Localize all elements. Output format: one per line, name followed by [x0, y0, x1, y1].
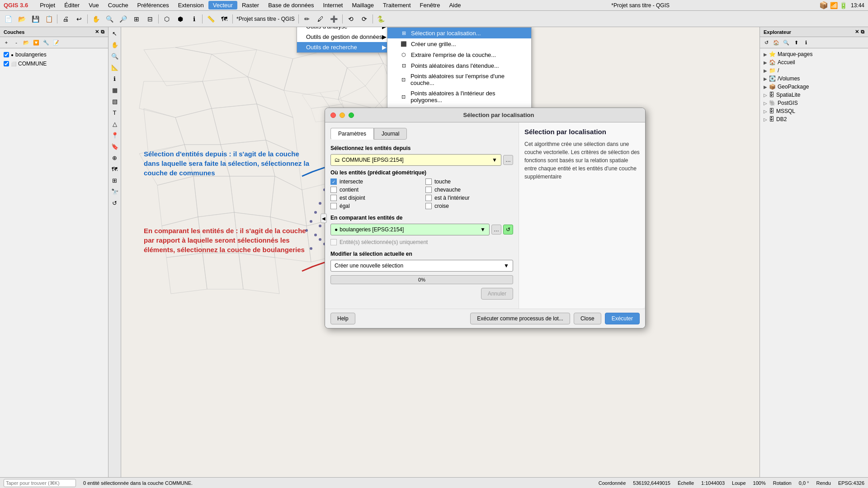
select-btn[interactable]: ⬡ [160, 13, 173, 25]
menu-editer[interactable]: Éditer [60, 1, 84, 9]
explorer-refresh-btn[interactable]: ↺ [762, 38, 771, 47]
tree-postgis[interactable]: ▷ 🐘 PostGIS [762, 99, 866, 107]
save-as-btn[interactable]: 📋 [42, 13, 55, 25]
measure-tool[interactable]: 📐 [109, 62, 120, 73]
explorer-home-btn[interactable]: 🏠 [772, 38, 781, 47]
menu-creer-grille[interactable]: ⬛ Créer une grille... [387, 38, 531, 49]
cb-intersecte-box[interactable]: ✓ [330, 178, 337, 185]
tree-volumes[interactable]: ▶ 💽 /Volumes [762, 75, 866, 83]
zoom-tool[interactable]: 🔍 [109, 51, 120, 61]
menu-bdd[interactable]: Base de données [264, 1, 318, 9]
close-btn[interactable]: Close [574, 313, 601, 324]
pointer-tool[interactable]: ↖ [109, 28, 120, 39]
zoom-in-btn[interactable]: 🔍 [103, 13, 116, 25]
tab-parametres[interactable]: Paramètres [330, 128, 374, 140]
tree-bookmarks[interactable]: ▶ ⭐ Marque-pages [762, 50, 866, 58]
layer-boulangeries-checkbox[interactable] [4, 52, 9, 57]
explorer-close-icon[interactable]: ✕ [855, 29, 859, 35]
menu-vue[interactable]: Vue [84, 1, 104, 9]
print-btn[interactable]: 🖨 [59, 13, 72, 25]
zoom-selected-tool[interactable]: ⊞ [109, 175, 120, 186]
zoom-extent-btn[interactable]: ⊞ [130, 13, 143, 25]
explorer-detach-icon[interactable]: ⧉ [861, 29, 864, 35]
filter-layer-btn[interactable]: 🔽 [32, 38, 41, 47]
pan-tool[interactable]: ✋ [109, 39, 120, 50]
pan-btn[interactable]: ✋ [90, 13, 102, 25]
batch-btn[interactable]: Exécuter comme processus de lot... [470, 313, 570, 324]
help-btn[interactable]: Help [330, 313, 355, 324]
tree-db2[interactable]: ▷ 🗄 DB2 [762, 115, 866, 123]
menu-selection-localisation[interactable]: ⊞ Sélection par localisation... [387, 28, 531, 38]
explorer-filter-btn[interactable]: 🔍 [782, 38, 791, 47]
menu-vecteur[interactable]: Vecteur [208, 1, 237, 9]
traffic-light-maximize[interactable] [349, 113, 354, 118]
add-feature-btn[interactable]: ➕ [328, 13, 340, 25]
layers-detach-icon[interactable]: ⧉ [101, 29, 104, 35]
tree-slash[interactable]: ▶ 📁 / [762, 66, 866, 75]
cb-croise-box[interactable] [425, 203, 432, 209]
execute-btn[interactable]: Exécuter [605, 313, 640, 324]
zoom-layer-btn[interactable]: ⊟ [144, 13, 156, 25]
identify-btn[interactable]: ℹ [188, 13, 200, 25]
tree-mssql[interactable]: ▷ 🗄 MSSQL [762, 107, 866, 115]
deselect-btn[interactable]: ⬢ [174, 13, 187, 25]
cb-contient-box[interactable] [330, 187, 337, 193]
menu-internet[interactable]: Internet [318, 1, 347, 9]
pin-tool[interactable]: 📍 [109, 130, 120, 141]
select-from-options-btn[interactable]: … [503, 155, 513, 165]
bookmark-tool[interactable]: 🔖 [109, 141, 120, 152]
collapse-side-btn[interactable]: ◀ [321, 213, 327, 223]
undo-btn[interactable]: ↩ [73, 13, 85, 25]
tree-accueil[interactable]: ▶ 🏠 Accueil [762, 58, 866, 66]
traffic-light-close[interactable] [330, 113, 336, 118]
zoom-out-btn[interactable]: 🔎 [117, 13, 129, 25]
remove-layer-btn[interactable]: - [12, 38, 21, 47]
menu-traitement[interactable]: Traitement [378, 1, 415, 9]
cancel-progress-btn[interactable]: Annuler [481, 288, 513, 300]
toggle-edit-btn[interactable]: 🖊 [314, 13, 327, 25]
tree-spatialite[interactable]: ▷ 🗄 SpatiaLite [762, 91, 866, 99]
zoom-feature-tool[interactable]: 🔭 [109, 186, 120, 197]
menu-aide[interactable]: Aide [444, 1, 465, 9]
comparing-refresh-btn[interactable]: ↺ [503, 225, 513, 235]
label-tool[interactable]: T [109, 107, 120, 118]
menu-extraire-emprise[interactable]: ⬡ Extraire l'emprise de la couche... [387, 49, 531, 60]
menu-points-polygones[interactable]: ⊡ Points aléatoires à l'intérieur des po… [387, 88, 531, 105]
new-project-btn[interactable]: 📄 [2, 13, 14, 25]
traffic-light-minimize[interactable] [340, 113, 345, 118]
explorer-collapse-btn[interactable]: ⬆ [792, 38, 801, 47]
undo2-btn[interactable]: ⟲ [344, 13, 357, 25]
measure-btn[interactable]: 📏 [204, 13, 217, 25]
comparing-options-btn[interactable]: … [491, 225, 501, 235]
menu-points-etendue[interactable]: ⊡ Points aléatoires dans l'étendue... [387, 60, 531, 71]
menu-preferences[interactable]: Préférences [133, 1, 174, 9]
cb-chevauche-box[interactable] [425, 187, 432, 193]
menu-fenetre[interactable]: Fenêtre [415, 1, 445, 9]
modify-dropdown[interactable]: Créer une nouvelle sélection ▼ [330, 260, 513, 272]
comparing-dropdown[interactable]: ● boulangeries [EPSG:2154] ▼ [330, 224, 490, 235]
layer-notes-btn[interactable]: 📝 [52, 38, 61, 47]
menu-extension[interactable]: Extension [174, 1, 208, 9]
filter-active-btn[interactable]: 🔧 [42, 38, 51, 47]
map-tips-btn[interactable]: 🗺 [218, 13, 231, 25]
explorer-info-btn[interactable]: ℹ [802, 38, 811, 47]
select-tool[interactable]: ▦ [109, 84, 120, 95]
layers-close-icon[interactable]: ✕ [95, 29, 99, 35]
python-btn[interactable]: 🐍 [375, 13, 387, 25]
menu-raster[interactable]: Raster [237, 1, 264, 9]
search-input[interactable] [4, 479, 76, 487]
menu-maillage[interactable]: Maillage [347, 1, 378, 9]
cb-disjoint-box[interactable] [330, 195, 337, 201]
add-layer-btn[interactable]: + [2, 38, 11, 47]
menu-projet[interactable]: Projet [35, 1, 60, 9]
menu-couche[interactable]: Couche [104, 1, 133, 9]
layer-commune[interactable]: ⬜ COMMUNE [2, 59, 106, 68]
cb-egal-box[interactable] [330, 203, 337, 209]
open-project-btn[interactable]: 📂 [15, 13, 28, 25]
redo-btn[interactable]: ⟳ [358, 13, 371, 25]
select-from-dropdown[interactable]: 🗂 COMMUNE [EPSG:2154] ▼ [330, 154, 501, 166]
overview-tool[interactable]: ⊕ [109, 152, 120, 163]
zoom-layer-tool[interactable]: 🗺 [109, 164, 120, 174]
info-tool[interactable]: ℹ [109, 73, 120, 84]
tab-journal[interactable]: Journal [374, 128, 407, 140]
